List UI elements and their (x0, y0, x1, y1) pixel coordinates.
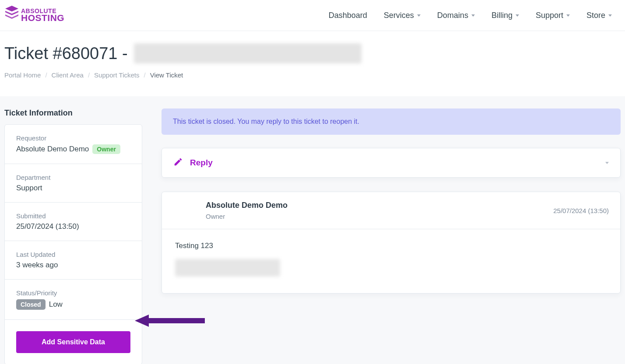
primary-nav: Dashboard Services Domains Billing Suppo… (329, 11, 612, 20)
message-author: Absolute Demo Demo (206, 201, 288, 210)
ticket-closed-alert: This ticket is closed. You may reply to … (162, 108, 621, 135)
status-badge: Closed (16, 299, 46, 310)
nav-billing-label: Billing (492, 11, 513, 20)
nav-billing[interactable]: Billing (492, 11, 519, 20)
requestor-value: Absolute Demo Demo (16, 145, 89, 154)
ticket-info-sidebar: Ticket Information Requestor Absolute De… (4, 108, 142, 364)
priority-value: Low (49, 300, 63, 309)
svg-marker-2 (12, 11, 18, 15)
breadcrumb-portal-home[interactable]: Portal Home (4, 71, 41, 79)
reply-label: Reply (190, 158, 213, 168)
requestor-label: Requestor (16, 134, 130, 142)
chevron-down-icon (566, 14, 570, 17)
breadcrumb: Portal Home / Client Area / Support Tick… (4, 71, 621, 79)
nav-services-label: Services (384, 11, 414, 20)
last-updated-value: 3 weeks ago (16, 261, 130, 270)
status-label: Status/Priority (16, 289, 130, 297)
info-status: Status/Priority Closed Low (5, 280, 142, 320)
owner-badge: Owner (92, 144, 120, 154)
message-role: Owner (206, 213, 288, 220)
nav-support[interactable]: Support (536, 11, 570, 20)
ticket-subject-redacted (134, 43, 362, 63)
department-value: Support (16, 184, 130, 192)
breadcrumb-separator: / (144, 71, 145, 79)
add-sensitive-data-button[interactable]: Add Sensitive Data (16, 331, 130, 353)
breadcrumb-separator: / (88, 71, 90, 79)
info-submitted: Submitted 25/07/2024 (13:50) (5, 203, 142, 241)
info-department: Department Support (5, 164, 142, 203)
nav-services[interactable]: Services (384, 11, 421, 20)
message-text: Testing 123 (175, 242, 607, 250)
info-requestor: Requestor Absolute Demo Demo Owner (5, 125, 142, 164)
ticket-main: This ticket is closed. You may reply to … (162, 108, 621, 364)
nav-domains[interactable]: Domains (437, 11, 475, 20)
svg-marker-0 (5, 6, 18, 11)
svg-marker-3 (5, 14, 12, 19)
nav-dashboard[interactable]: Dashboard (329, 11, 367, 20)
chevron-down-icon (471, 14, 475, 17)
breadcrumb-client-area[interactable]: Client Area (52, 71, 84, 79)
svg-marker-1 (5, 11, 12, 15)
nav-store-label: Store (586, 11, 605, 20)
submitted-value: 25/07/2024 (13:50) (16, 222, 130, 231)
logo-mark-icon (4, 6, 19, 25)
brand-bottom: HOSTING (21, 14, 64, 22)
submitted-label: Submitted (16, 212, 130, 220)
nav-domains-label: Domains (437, 11, 468, 20)
nav-dashboard-label: Dashboard (329, 11, 367, 20)
reply-toggle[interactable]: Reply (162, 148, 621, 178)
page-header: Ticket #680071 - Portal Home / Client Ar… (0, 31, 625, 96)
message-body: Testing 123 (162, 229, 620, 293)
breadcrumb-current: View Ticket (150, 71, 183, 79)
sidebar-heading: Ticket Information (4, 108, 142, 118)
alert-text: This ticket is closed. You may reply to … (173, 118, 359, 125)
brand-logo[interactable]: ABSOLUTE HOSTING (4, 6, 64, 25)
ticket-title-prefix: Ticket #680071 - (4, 44, 128, 63)
message-card: Absolute Demo Demo Owner 25/07/2024 (13:… (162, 192, 621, 294)
svg-marker-4 (12, 14, 18, 19)
message-datetime: 25/07/2024 (13:50) (553, 207, 609, 214)
last-updated-label: Last Updated (16, 251, 130, 258)
department-label: Department (16, 174, 130, 181)
message-redacted-line (175, 259, 280, 276)
page-title: Ticket #680071 - (4, 43, 621, 63)
nav-support-label: Support (536, 11, 563, 20)
navbar: ABSOLUTE HOSTING Dashboard Services Doma… (0, 0, 625, 31)
chevron-down-icon (417, 14, 421, 17)
chevron-down-icon (608, 14, 612, 17)
chevron-down-icon (516, 14, 519, 17)
nav-store[interactable]: Store (586, 11, 612, 20)
message-header: Absolute Demo Demo Owner 25/07/2024 (13:… (162, 192, 620, 229)
chevron-down-icon (605, 162, 609, 164)
breadcrumb-separator: / (45, 71, 47, 79)
pencil-icon (173, 157, 183, 168)
info-last-updated: Last Updated 3 weeks ago (5, 241, 142, 280)
breadcrumb-support-tickets[interactable]: Support Tickets (94, 71, 139, 79)
ticket-info-card: Requestor Absolute Demo Demo Owner Depar… (4, 124, 142, 364)
